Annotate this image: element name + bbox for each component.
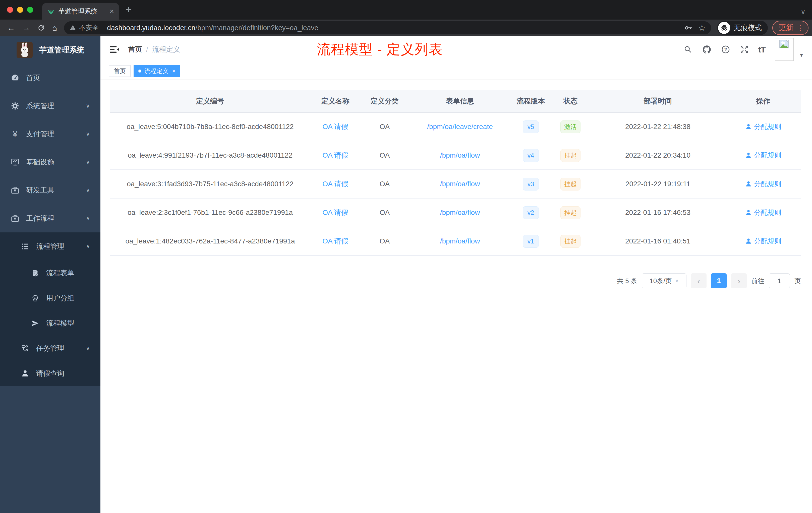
bookmark-star-icon[interactable]: ☆ — [698, 23, 705, 33]
sidebar-item-label: 研发工具 — [26, 185, 54, 195]
prev-page-button[interactable]: ‹ — [691, 273, 706, 289]
github-icon[interactable] — [702, 45, 712, 54]
definition-id: oa_leave:2:3c1f0ef1-76b1-11ec-9c66-a2380… — [110, 199, 311, 227]
forward-icon[interactable]: → — [22, 24, 30, 32]
tag-home[interactable]: 首页 — [109, 65, 130, 77]
breadcrumb: 首页 / 流程定义 — [128, 45, 180, 54]
goto-page-input[interactable] — [769, 273, 790, 289]
assign-rule-link[interactable]: 分配规则 — [745, 122, 781, 131]
form-link[interactable]: /bpm/oa/flow — [440, 209, 480, 217]
tag-process-definition[interactable]: 流程定义 × — [134, 65, 180, 77]
user-icon — [745, 238, 752, 244]
favicon-plant-icon — [47, 7, 55, 15]
app-navbar: 首页 / 流程定义 流程模型 - 定义列表 — [100, 36, 812, 63]
sidebar: 芋道管理系统 首页 — [0, 36, 100, 513]
sidebar-item-system[interactable]: 系统管理 ∨ — [0, 92, 100, 120]
sidebar-item-label: 用户分组 — [46, 293, 74, 303]
not-secure-label[interactable]: 不安全 — [79, 23, 99, 32]
total-count-label: 共 5 条 — [617, 277, 637, 285]
sidebar-item-payment[interactable]: ¥ 支付管理 ∨ — [0, 120, 100, 148]
form-link[interactable]: /bpm/oa/flow — [440, 237, 480, 245]
definition-name-link[interactable]: OA 请假 — [322, 179, 348, 189]
sidebar-item-label: 系统管理 — [26, 101, 54, 111]
app-title: 芋道管理系统 — [39, 45, 84, 55]
sidebar-item-process-model[interactable]: 流程模型 — [0, 311, 100, 336]
home-icon[interactable]: ⌂ — [52, 24, 57, 32]
sidebar-item-user-group[interactable]: 用户分组 — [0, 285, 100, 311]
sidebar-item-process-form[interactable]: 流程表单 — [0, 261, 100, 285]
assign-rule-link[interactable]: 分配规则 — [745, 237, 781, 246]
definition-table: 定义编号 定义名称 定义分类 表单信息 流程版本 状态 部署时间 操作 oa_l… — [110, 90, 801, 256]
dashboard-icon — [10, 73, 20, 82]
browser-menu-icon[interactable]: ⋮ — [797, 23, 805, 32]
not-secure-warning-icon — [69, 25, 76, 31]
sidebar-item-process-mgmt[interactable]: 流程管理 ∧ — [0, 233, 100, 261]
sidebar-item-leave-query[interactable]: 请假查询 — [0, 361, 100, 386]
assign-rule-link[interactable]: 分配规则 — [745, 208, 781, 217]
current-page-button[interactable]: 1 — [711, 273, 727, 289]
user-icon — [745, 181, 752, 187]
window-close-button[interactable] — [7, 7, 13, 13]
definition-id: oa_leave:4:991f2193-7b7f-11ec-a3c8-acde4… — [110, 141, 311, 170]
page-unit-label: 页 — [794, 277, 801, 285]
address-bar[interactable]: 不安全 dashboard.yudao.iocoder.cn/bpm/manag… — [64, 21, 711, 34]
reload-icon[interactable] — [37, 24, 45, 32]
sidebar-item-label: 流程表单 — [46, 268, 74, 278]
text-size-icon[interactable]: tT — [758, 45, 765, 55]
table-row: oa_leave:2:3c1f0ef1-76b1-11ec-9c66-a2380… — [110, 199, 801, 227]
next-page-button[interactable]: › — [731, 273, 747, 289]
fullscreen-icon[interactable] — [740, 45, 749, 54]
assign-rule-link[interactable]: 分配规则 — [745, 151, 781, 160]
browser-tab[interactable]: 芋道管理系统 × — [42, 3, 119, 20]
definition-name-link[interactable]: OA 请假 — [322, 208, 348, 217]
new-tab-button[interactable]: + — [125, 4, 132, 16]
status-badge: 挂起 — [560, 149, 580, 162]
pagination: 共 5 条 10条/页 ∨ ‹ 1 › 前往 页 — [110, 273, 801, 289]
sidebar-item-devtools[interactable]: 研发工具 ∨ — [0, 176, 100, 204]
page-size-select[interactable]: 10条/页 ∨ — [642, 273, 687, 289]
sidebar-item-label: 任务管理 — [36, 343, 64, 353]
status-badge: 挂起 — [560, 178, 580, 190]
browser-toolbar: ← → ⌂ 不安全 dashboard.yudao.iocoder.cn/bpm… — [0, 20, 812, 36]
update-button[interactable]: 更新 ⋮ — [772, 21, 809, 35]
form-link[interactable]: /bpm/oa/flow — [440, 151, 480, 159]
col-header: 部署时间 — [590, 90, 726, 112]
window-zoom-button[interactable] — [27, 7, 33, 13]
definition-name-link[interactable]: OA 请假 — [322, 236, 348, 246]
sidebar-item-home[interactable]: 首页 — [0, 64, 100, 92]
sidebar-item-infra[interactable]: 基础设施 ∨ — [0, 148, 100, 176]
logo-rabbit-avatar — [17, 42, 33, 58]
user-avatar-broken-image[interactable] — [775, 38, 794, 61]
update-label[interactable]: 更新 — [778, 23, 793, 33]
sidebar-item-task-mgmt[interactable]: 任务管理 ∨ — [0, 336, 100, 361]
sidebar-item-workflow[interactable]: 工作流程 ∧ — [0, 204, 100, 233]
search-icon[interactable] — [684, 45, 693, 54]
deploy-time: 2022-01-22 21:48:38 — [590, 113, 726, 141]
tab-search-chevron-icon[interactable]: ∨ — [801, 8, 806, 16]
url-host[interactable]: dashboard.yudao.iocoder.cn — [107, 24, 195, 32]
avatar-caret-icon[interactable]: ▾ — [800, 52, 803, 58]
tag-close-icon[interactable]: × — [172, 68, 175, 74]
sidebar-logo[interactable]: 芋道管理系统 — [0, 36, 100, 64]
definition-name-link[interactable]: OA 请假 — [322, 151, 348, 160]
definition-category: OA — [360, 141, 409, 170]
definition-category: OA — [360, 170, 409, 198]
col-header: 定义编号 — [110, 90, 311, 112]
form-link[interactable]: /bpm/oa/leave/create — [427, 123, 493, 131]
breadcrumb-home[interactable]: 首页 — [128, 45, 142, 54]
chevron-down-icon: ∨ — [675, 278, 678, 283]
url-path[interactable]: /bpm/manager/definition?key=oa_leave — [195, 24, 318, 32]
window-minimize-button[interactable] — [17, 7, 23, 13]
incognito-badge: 无痕模式 — [717, 21, 768, 35]
person-icon — [21, 369, 30, 378]
help-question-icon[interactable]: ? — [721, 45, 730, 54]
assign-rule-link[interactable]: 分配规则 — [745, 179, 781, 188]
definition-name-link[interactable]: OA 请假 — [322, 122, 348, 131]
back-icon[interactable]: ← — [7, 24, 15, 32]
goto-label: 前往 — [751, 277, 764, 285]
form-link[interactable]: /bpm/oa/flow — [440, 180, 480, 188]
sidebar-item-label: 支付管理 — [26, 129, 54, 139]
hamburger-icon[interactable] — [110, 45, 119, 54]
tab-close-icon[interactable]: × — [110, 7, 114, 15]
password-key-icon[interactable] — [684, 24, 693, 32]
